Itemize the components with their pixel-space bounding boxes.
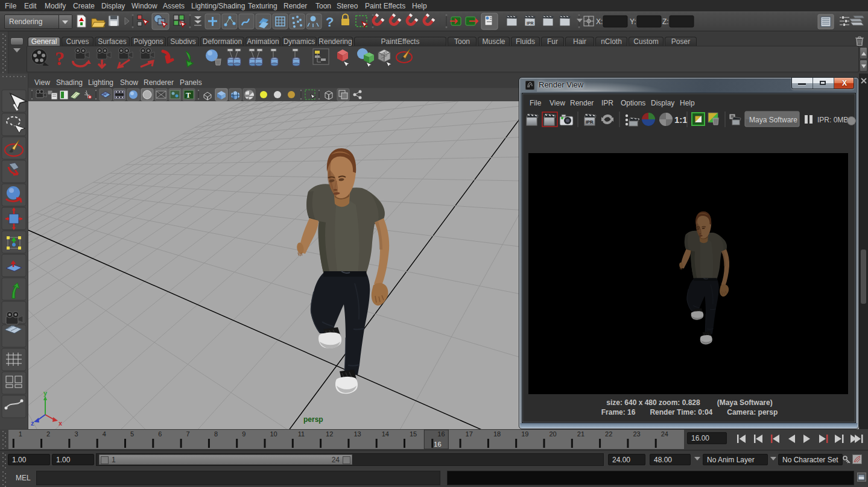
svg-text:23: 23: [633, 430, 640, 438]
svg-text:15: 15: [410, 430, 417, 438]
svg-text:1:1: 1:1: [674, 115, 688, 125]
svg-text:Maya Software: Maya Software: [749, 116, 797, 124]
svg-text:19: 19: [521, 430, 528, 438]
svg-text:Z:: Z:: [662, 17, 669, 26]
svg-text:2: 2: [46, 430, 50, 438]
svg-text:22: 22: [605, 430, 612, 438]
svg-text:9: 9: [242, 430, 246, 438]
svg-text:persp: persp: [303, 415, 323, 424]
svg-text:?: ?: [55, 48, 65, 69]
svg-text:1: 1: [19, 430, 22, 438]
svg-text:y: y: [43, 389, 48, 397]
svg-text:4: 4: [103, 430, 106, 438]
svg-text:x: x: [59, 419, 63, 427]
svg-text:16: 16: [437, 430, 445, 438]
svg-text:7: 7: [186, 430, 190, 438]
svg-text:11: 11: [298, 430, 305, 438]
svg-text:17: 17: [466, 430, 473, 438]
svg-text:8: 8: [214, 430, 218, 438]
svg-text:IPR: IPR: [586, 119, 594, 125]
svg-text:?: ?: [326, 14, 334, 30]
svg-text:10: 10: [270, 430, 277, 438]
svg-text:20: 20: [550, 430, 557, 438]
svg-text:18: 18: [493, 430, 501, 438]
svg-text:12: 12: [326, 430, 333, 438]
svg-text:3: 3: [74, 430, 78, 438]
svg-text:16: 16: [434, 441, 441, 448]
svg-text:T: T: [186, 91, 191, 99]
svg-text:14: 14: [382, 430, 389, 438]
svg-text:IPR: IPR: [527, 21, 534, 25]
svg-text:5: 5: [130, 430, 134, 438]
svg-text:z: z: [31, 419, 34, 427]
svg-text:X:: X:: [596, 17, 603, 26]
svg-text:21: 21: [577, 430, 584, 438]
svg-text:13: 13: [353, 430, 361, 438]
svg-text:24: 24: [661, 430, 668, 438]
svg-text:Y:: Y:: [630, 17, 636, 26]
svg-text:6: 6: [158, 430, 162, 438]
